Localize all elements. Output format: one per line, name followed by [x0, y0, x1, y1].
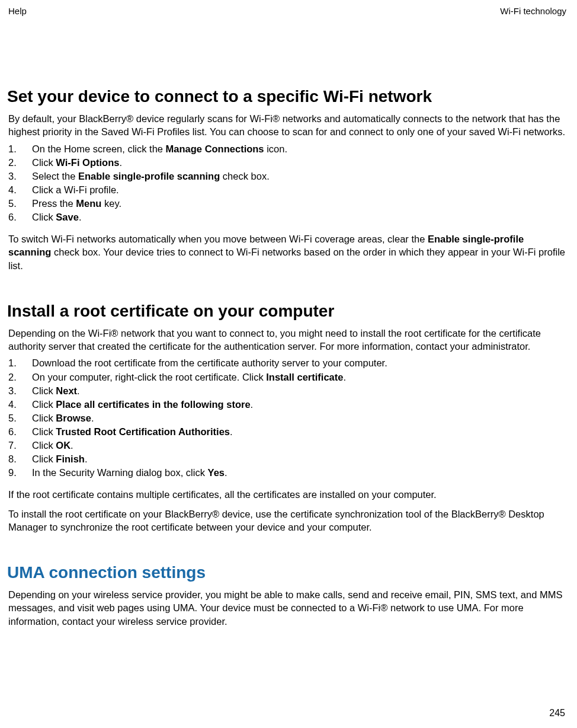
section3-intro: Depending on your wireless service provi… — [8, 588, 566, 628]
step-item: Click Browse. — [8, 411, 566, 425]
header-right: Wi-Fi technology — [500, 6, 566, 16]
step-item: Click Place all certificates in the foll… — [8, 398, 566, 411]
section1-steps: On the Home screen, click the Manage Con… — [8, 142, 566, 225]
section2-heading: Install a root certificate on your compu… — [7, 302, 566, 321]
step-item: Click Next. — [8, 384, 566, 398]
section2-follow1: If the root certificate contains multipl… — [8, 488, 566, 501]
section3-heading: UMA connection settings — [7, 563, 566, 582]
page-number: 245 — [549, 708, 565, 719]
section2-follow2: To install the root certificate on your … — [8, 507, 566, 534]
step-item: Click a Wi-Fi profile. — [8, 183, 566, 197]
step-item: On the Home screen, click the Manage Con… — [8, 142, 566, 156]
step-item: Select the Enable single-profile scannin… — [8, 170, 566, 183]
step-item: Click Trusted Root Certification Authori… — [8, 425, 566, 439]
step-item: Click Save. — [8, 210, 566, 224]
step-item: In the Security Warning dialog box, clic… — [8, 466, 566, 480]
step-item: Press the Menu key. — [8, 197, 566, 210]
step-item: Click Wi-Fi Options. — [8, 156, 566, 170]
step-item: Download the root certificate from the c… — [8, 356, 566, 370]
section2-steps: Download the root certificate from the c… — [8, 356, 566, 480]
header-left: Help — [8, 6, 27, 16]
section2-intro: Depending on the Wi-Fi® network that you… — [8, 327, 566, 353]
section1-intro: By default, your BlackBerry® device regu… — [8, 112, 566, 139]
step-item: Click OK. — [8, 439, 566, 452]
step-item: Click Finish. — [8, 452, 566, 466]
section1-heading: Set your device to connect to a specific… — [7, 87, 566, 106]
page-header: Help Wi-Fi technology — [8, 6, 566, 16]
section1-follow: To switch Wi-Fi networks automatically w… — [8, 232, 566, 272]
step-item: On your computer, right-click the root c… — [8, 371, 566, 384]
